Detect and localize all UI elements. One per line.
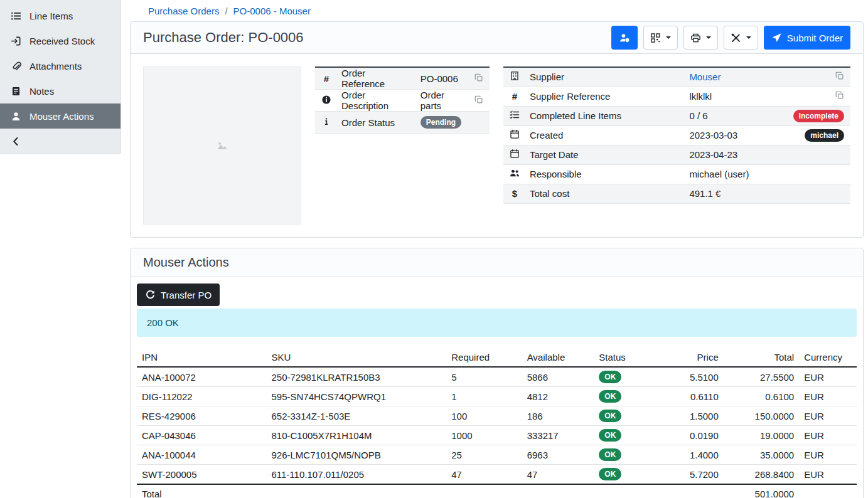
part-row: RES-429006652-3314Z-1-503E100186OK1.5000… <box>137 406 857 426</box>
building-icon <box>510 71 520 81</box>
detail-value: michael (user) <box>689 169 749 179</box>
detail-row-order-reference: #Order ReferencePO-0006 <box>315 67 490 90</box>
order-options-button[interactable] <box>724 26 758 50</box>
cell-ipn: ANA-100044 <box>137 445 266 465</box>
copy-icon[interactable] <box>835 91 844 100</box>
sidebar: Line ItemsReceived StockAttachmentsNotes… <box>0 0 121 498</box>
sidebar-item-line-items[interactable]: Line Items <box>0 3 121 28</box>
hash-icon: # <box>321 74 331 84</box>
ok-badge: OK <box>599 429 621 442</box>
column-header-price: Price <box>655 348 724 367</box>
sidebar-item-notes[interactable]: Notes <box>0 78 121 103</box>
column-header-currency: Currency <box>799 348 857 367</box>
order-image-placeholder[interactable] <box>143 66 301 225</box>
cell-ipn: RES-429006 <box>137 406 266 426</box>
cell-available: 47 <box>522 465 594 485</box>
part-row: CAP-043046810-C1005X7R1H104M1000333217OK… <box>137 426 857 445</box>
detail-label: Created <box>525 125 684 145</box>
barcode-actions-button[interactable] <box>643 26 678 50</box>
main-content: Purchase Orders / PO-0006 - Mouser Purch… <box>121 0 868 498</box>
detail-row-order-description: Order DescriptionOrder parts <box>315 90 490 112</box>
paperclip-icon <box>11 61 21 72</box>
response-alert: 200 OK <box>137 309 857 337</box>
cell-ipn: DIG-112022 <box>137 387 266 406</box>
cell-total: 35.0000 <box>724 445 799 465</box>
sidebar-collapse-button[interactable] <box>0 129 121 154</box>
cell-sku: 611-110.107.011/0205 <box>266 465 446 485</box>
cell-total: 150.0000 <box>724 406 799 426</box>
detail-label: Order Description <box>336 90 415 112</box>
submit-order-button[interactable]: Submit Order <box>764 26 850 50</box>
hash-icon: # <box>510 92 520 102</box>
cell-total: 27.5500 <box>724 367 799 387</box>
sidebar-item-attachments[interactable]: Attachments <box>0 53 121 78</box>
copy-icon[interactable] <box>474 95 483 104</box>
detail-label: Order Reference <box>336 67 415 90</box>
cell-currency: EUR <box>799 465 857 485</box>
cell-empty <box>446 484 522 498</box>
send-icon <box>771 33 782 43</box>
cell-available: 186 <box>522 406 594 426</box>
cell-status: OK <box>594 426 655 445</box>
caret-down-icon <box>706 36 711 39</box>
detail-row-created: Created2023-03-03michael <box>503 125 850 145</box>
column-header-available: Available <box>522 348 594 367</box>
cell-empty <box>655 484 724 498</box>
printer-icon <box>690 33 701 43</box>
users-icon <box>510 168 520 178</box>
image-placeholder-icon <box>217 140 227 151</box>
cell-ipn: ANA-100072 <box>137 367 266 387</box>
detail-row-target-date: Target Date2023-04-23 <box>503 145 850 164</box>
detail-row-total-cost: $Total cost491.1 € <box>503 184 850 203</box>
print-actions-button[interactable] <box>683 26 718 50</box>
ok-badge: OK <box>599 390 621 403</box>
copy-icon[interactable] <box>835 72 844 80</box>
breadcrumb-current-link[interactable]: PO-0006 - Mouser <box>233 6 311 16</box>
copy-icon[interactable] <box>474 73 483 82</box>
detail-value: lklklkl <box>689 91 712 102</box>
cell-status: OK <box>594 387 655 406</box>
supplier-details-table: SupplierMouser#Supplier Referencelklklkl… <box>503 66 850 204</box>
chevron-left-icon <box>11 136 21 147</box>
cell-status: OK <box>594 367 655 387</box>
tools-icon <box>731 33 741 43</box>
cell-total: 268.8400 <box>724 465 799 485</box>
cell-currency: EUR <box>799 406 857 426</box>
supplier-link[interactable]: Mouser <box>689 72 721 82</box>
breadcrumb-purchase-orders-link[interactable]: Purchase Orders <box>148 6 219 16</box>
cell-currency: EUR <box>799 445 857 465</box>
detail-label: Total cost <box>525 184 684 203</box>
cell-total: 0.6100 <box>724 387 799 406</box>
note-icon <box>11 86 21 97</box>
ok-badge: OK <box>599 371 621 383</box>
cell-empty <box>594 484 655 498</box>
total-value: 501.0000 <box>724 484 799 498</box>
cell-status: OK <box>594 406 655 426</box>
detail-row-supplier-reference: #Supplier Referencelklklkl <box>503 87 850 106</box>
mouser-panel-title: Mouser Actions <box>143 255 229 270</box>
caret-down-icon <box>666 36 671 39</box>
cell-required: 5 <box>446 367 522 387</box>
transfer-po-button[interactable]: Transfer PO <box>137 283 220 306</box>
sidebar-item-label: Notes <box>29 86 54 97</box>
user-shield-icon <box>619 33 630 43</box>
mouser-actions-panel: Mouser Actions Transfer PO 200 OK IPNSKU… <box>130 248 864 498</box>
michael-badge: michael <box>805 129 844 142</box>
cell-required: 25 <box>446 445 522 465</box>
detail-value: PO-0006 <box>421 73 458 84</box>
column-header-ipn: IPN <box>137 348 266 367</box>
sidebar-item-mouser-actions[interactable]: Mouser Actions <box>0 103 121 129</box>
detail-row-completed-line-items: Completed Line Items0 / 6Incomplete <box>503 106 850 125</box>
cell-price: 1.4000 <box>655 445 724 465</box>
caret-down-icon <box>746 36 751 39</box>
qrcode-icon <box>650 33 661 43</box>
part-row: ANA-100072250-72981KLRATR150B355866OK5.5… <box>137 367 857 387</box>
sidebar-item-received-stock[interactable]: Received Stock <box>0 28 121 53</box>
app-root: Line ItemsReceived StockAttachmentsNotes… <box>0 0 868 498</box>
submit-order-label: Submit Order <box>787 33 843 43</box>
cell-ipn: SWT-200005 <box>137 465 266 485</box>
admin-user-button[interactable] <box>611 26 638 50</box>
cell-price: 0.6110 <box>655 387 724 406</box>
detail-label: Supplier Reference <box>525 87 684 106</box>
cell-required: 1 <box>446 387 522 406</box>
